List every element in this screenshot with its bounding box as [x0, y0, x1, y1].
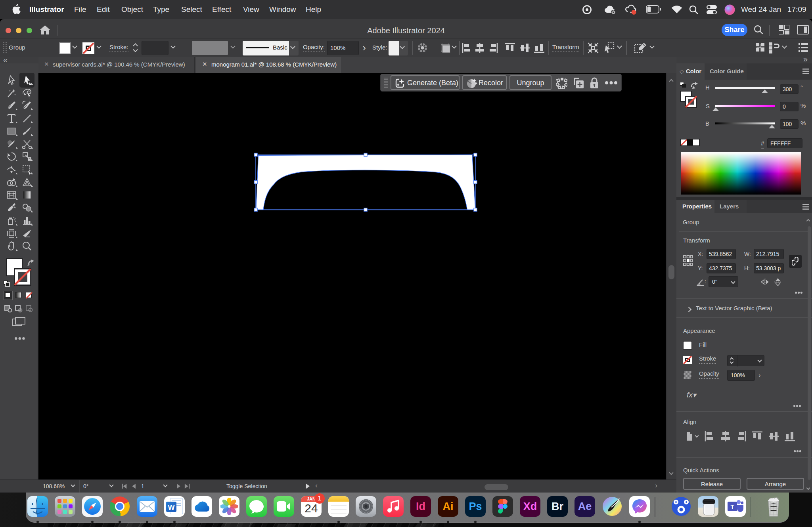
svg-text:W: W: [168, 504, 175, 512]
svg-text:T: T: [730, 503, 734, 510]
